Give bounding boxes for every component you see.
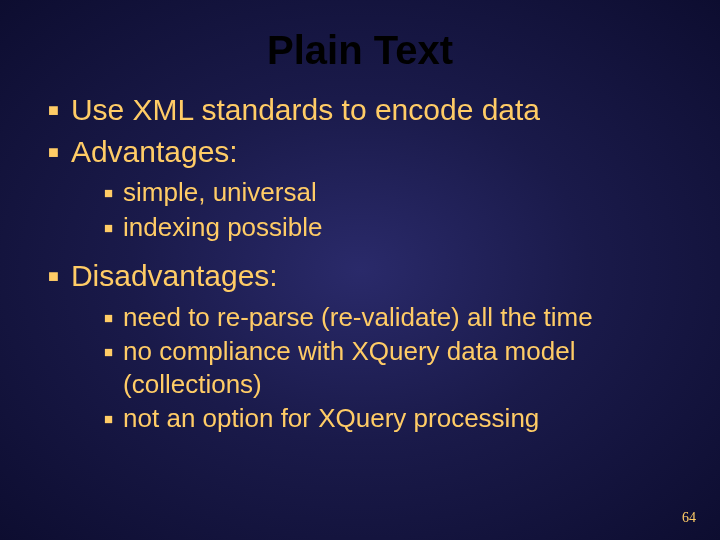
square-bullet-icon: ■	[48, 266, 59, 287]
page-number: 64	[682, 510, 696, 526]
sub-bullet-text: not an option for XQuery processing	[123, 402, 539, 435]
square-bullet-icon: ■	[104, 219, 113, 236]
sub-bullet-text: simple, universal	[123, 176, 317, 209]
slide-content: ■ Use XML standards to encode data ■ Adv…	[0, 91, 720, 435]
sub-bullet-text: need to re-parse (re-validate) all the t…	[123, 301, 593, 334]
bullet-text: Use XML standards to encode data	[71, 91, 540, 129]
slide-title: Plain Text	[0, 0, 720, 91]
sub-bullet-text: no compliance with XQuery data model (co…	[123, 335, 680, 400]
square-bullet-icon: ■	[104, 309, 113, 326]
bullet-text: Advantages:	[71, 133, 238, 171]
sub-bullet-group: ■ simple, universal ■ indexing possible	[48, 176, 680, 243]
square-bullet-icon: ■	[104, 410, 113, 427]
square-bullet-icon: ■	[48, 142, 59, 163]
bullet-level1: ■ Use XML standards to encode data	[48, 91, 680, 129]
bullet-level2: ■ need to re-parse (re-validate) all the…	[104, 301, 680, 334]
slide: Plain Text ■ Use XML standards to encode…	[0, 0, 720, 540]
sub-bullet-group: ■ need to re-parse (re-validate) all the…	[48, 301, 680, 435]
square-bullet-icon: ■	[104, 184, 113, 201]
bullet-level2: ■ not an option for XQuery processing	[104, 402, 680, 435]
square-bullet-icon: ■	[48, 100, 59, 121]
bullet-level2: ■ simple, universal	[104, 176, 680, 209]
bullet-level2: ■ no compliance with XQuery data model (…	[104, 335, 680, 400]
bullet-level1: ■ Disadvantages:	[48, 257, 680, 295]
sub-bullet-text: indexing possible	[123, 211, 322, 244]
bullet-text: Disadvantages:	[71, 257, 278, 295]
bullet-level1: ■ Advantages:	[48, 133, 680, 171]
square-bullet-icon: ■	[104, 343, 113, 360]
bullet-level2: ■ indexing possible	[104, 211, 680, 244]
